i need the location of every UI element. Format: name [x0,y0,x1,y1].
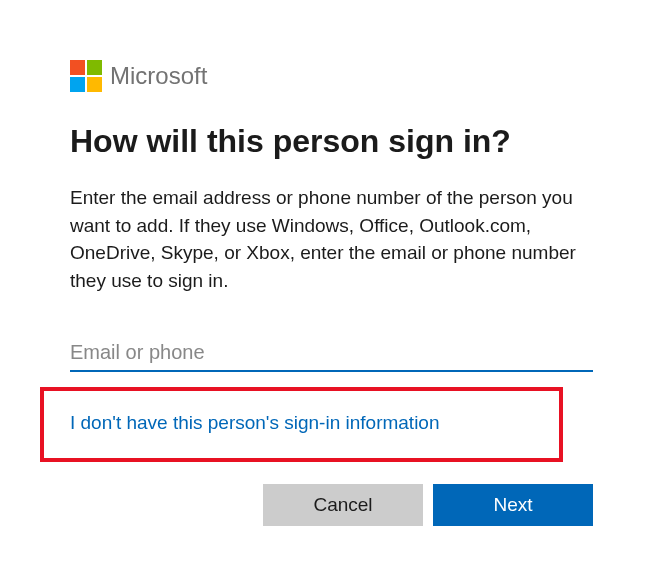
brand-row: Microsoft [70,60,593,92]
email-or-phone-input[interactable] [70,335,593,372]
no-signin-info-link[interactable]: I don't have this person's sign-in infor… [70,412,440,434]
page-title: How will this person sign in? [70,122,593,160]
next-button[interactable]: Next [433,484,593,526]
signin-dialog: Microsoft How will this person sign in? … [0,0,663,566]
dialog-buttons: Cancel Next [70,484,593,526]
instruction-text: Enter the email address or phone number … [70,184,593,294]
microsoft-logo-icon [70,60,102,92]
cancel-button[interactable]: Cancel [263,484,423,526]
brand-name: Microsoft [110,62,207,90]
